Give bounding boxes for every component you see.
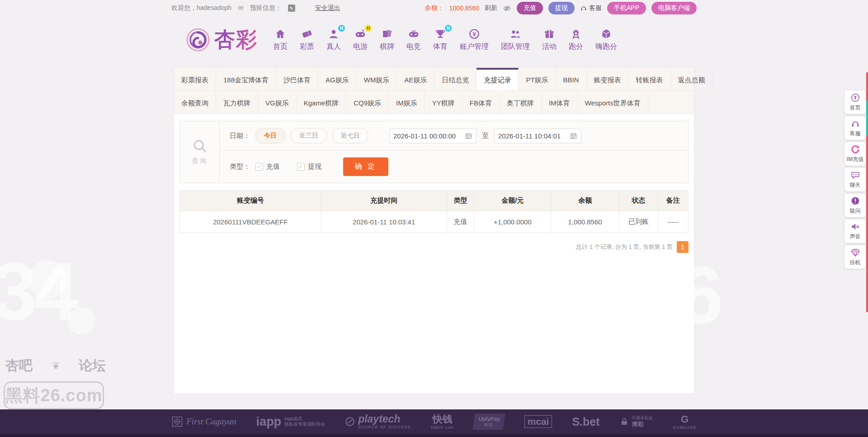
float-label: 挂机 xyxy=(850,259,861,266)
watermark-title: 杏吧 ❦ 论坛 xyxy=(5,356,106,375)
col-amount: 金额/元 xyxy=(474,190,551,211)
float-label: 疑问 xyxy=(850,207,861,215)
float-home[interactable]: 首页 xyxy=(844,90,866,114)
tab-ag[interactable]: AG娱乐 xyxy=(318,68,357,90)
tab-rebate-total[interactable]: 返点总额 xyxy=(671,68,713,90)
playtech-icon xyxy=(345,417,355,427)
nav-label: 电游 xyxy=(353,42,368,52)
nav-item-esports[interactable]: 电竞 xyxy=(406,28,421,52)
confirm-button[interactable]: 确 定 xyxy=(343,157,388,176)
floating-sidebar: 首页 客服 IM充值 聊天 疑问 声音 挂机 xyxy=(844,90,866,269)
watermark-right: 论坛 xyxy=(79,356,106,375)
mail-icon[interactable]: ✉ xyxy=(238,4,244,12)
nav-item-live[interactable]: N 真人 xyxy=(326,28,341,52)
float-customer-service[interactable]: 客服 xyxy=(844,116,866,140)
safe-line1: 可靠&安全 xyxy=(632,415,653,421)
tab-188-sport[interactable]: 188金宝博体育 xyxy=(216,68,276,90)
quick-3days-button[interactable]: 近三日 xyxy=(291,128,327,143)
withdraw-button[interactable]: 提现 xyxy=(548,2,575,14)
checkbox-deposit[interactable]: ✓ 充值 xyxy=(255,162,280,171)
tab-im-sport[interactable]: IM体育 xyxy=(542,91,578,114)
tab-wm[interactable]: WM娱乐 xyxy=(357,68,397,90)
eye-slash-icon[interactable] xyxy=(503,4,511,13)
tab-deposit-withdraw-records[interactable]: 充提记录 xyxy=(476,68,519,90)
nav-item-sports[interactable]: N 体育 xyxy=(433,28,448,52)
calendar-icon[interactable] xyxy=(570,132,577,140)
nav-item-promotions[interactable]: 活动 xyxy=(542,28,557,52)
date-to-input[interactable] xyxy=(498,132,567,140)
nav-label: 彩票 xyxy=(300,42,314,52)
tab-fb-sport[interactable]: FB体育 xyxy=(462,91,500,114)
nav-item-paofen[interactable]: ¥ 跑分 xyxy=(569,28,583,52)
logo[interactable]: 杏彩 xyxy=(185,26,258,54)
tab-kgame[interactable]: Kgame棋牌 xyxy=(297,91,347,114)
tab-aoding-cards[interactable]: 奥丁棋牌 xyxy=(500,91,542,114)
mobile-app-button[interactable]: 手机APP xyxy=(607,2,646,14)
page-1-button[interactable]: 1 xyxy=(677,241,689,253)
refresh-link[interactable]: 刷新 xyxy=(485,4,497,12)
checkbox-withdraw[interactable]: ✓ 提现 xyxy=(297,162,321,171)
float-label: IM充值 xyxy=(847,156,863,163)
logo-sbet: S.bet xyxy=(572,415,599,428)
logo-first-cagayan: First Cagayan xyxy=(171,416,236,428)
float-question[interactable]: 疑问 xyxy=(844,194,866,217)
scrollbar-thumb[interactable] xyxy=(866,100,868,136)
table-row: 20260111VBDEEGAEFF 2026-01-11 10:03:41 充… xyxy=(180,211,689,233)
gamepad-icon: H xyxy=(354,28,366,40)
tab-wali-cards[interactable]: 瓦力棋牌 xyxy=(216,91,258,114)
tab-balance-query[interactable]: 余额查询 xyxy=(174,91,216,114)
tab-lottery-report[interactable]: 彩票报表 xyxy=(174,68,216,90)
nav-item-cards[interactable]: 棋牌 xyxy=(380,28,394,52)
pc-client-button[interactable]: 电脑客户端 xyxy=(651,2,697,14)
float-chat[interactable]: 聊天 xyxy=(844,168,866,191)
tab-pt[interactable]: PT娱乐 xyxy=(519,68,556,90)
checkbox-icon[interactable]: ✓ xyxy=(255,163,263,171)
nav-item-hi-paofen[interactable]: 嗨跑分 xyxy=(595,28,617,52)
home-icon xyxy=(274,28,286,40)
quick-7days-button[interactable]: 近七日 xyxy=(332,128,368,143)
customer-service-link[interactable]: 客服 xyxy=(580,4,602,12)
first-cagayan-text: First Cagayan xyxy=(186,417,236,427)
tab-vg[interactable]: VG娱乐 xyxy=(258,91,297,114)
nav-item-egames[interactable]: H 电游 xyxy=(353,28,368,52)
decor-circle xyxy=(68,308,95,335)
checkbox-icon[interactable]: ✓ xyxy=(297,163,305,171)
deposit-button[interactable]: 充值 xyxy=(517,2,543,14)
tab-im-entertainment[interactable]: IM娱乐 xyxy=(389,91,425,114)
float-im-recharge[interactable]: IM充值 xyxy=(844,142,866,166)
pagination-summary: 总计 1 个记录, 分为 1 页, 当前第 1 页 xyxy=(576,243,673,251)
float-label: 首页 xyxy=(850,104,861,112)
date-to-field[interactable] xyxy=(494,128,581,143)
nav-item-account-management[interactable]: ¥ 账户管理 xyxy=(460,28,489,52)
logo-iapp: iapp iapp成员 隐私权专家国际协会 xyxy=(256,415,326,429)
nav-item-team-management[interactable]: 团队管理 xyxy=(501,28,530,52)
nav-item-home[interactable]: 首页 xyxy=(273,28,288,52)
team-icon xyxy=(509,28,521,40)
quick-today-button[interactable]: 今日 xyxy=(255,128,285,143)
tab-transfer-report[interactable]: 转账报表 xyxy=(629,68,671,90)
mute-icon xyxy=(850,222,860,232)
tab-cq9[interactable]: CQ9娱乐 xyxy=(346,91,389,114)
tab-daily-summary[interactable]: 日结总览 xyxy=(434,68,476,90)
nav-item-lottery[interactable]: 彩票 xyxy=(300,28,314,52)
float-idle[interactable]: 挂机 xyxy=(844,245,866,269)
diamond-icon xyxy=(850,247,860,257)
trophy-icon: N xyxy=(434,28,446,40)
date-from-field[interactable] xyxy=(389,128,476,143)
calendar-icon[interactable] xyxy=(465,132,472,140)
tab-ae[interactable]: AE娱乐 xyxy=(397,68,434,90)
float-label: 声音 xyxy=(850,233,861,241)
tab-yy-cards[interactable]: YY棋牌 xyxy=(425,91,462,114)
logout-link[interactable]: 安全退出 xyxy=(315,4,340,12)
badge-n: N xyxy=(445,25,452,32)
edit-icon[interactable]: ✎ xyxy=(288,5,295,12)
tab-account-change-report[interactable]: 账变报表 xyxy=(587,68,629,90)
tab-wesports[interactable]: Wesports世界体育 xyxy=(578,91,648,114)
float-sound[interactable]: 声音 xyxy=(844,219,866,243)
date-from-input[interactable] xyxy=(393,132,462,140)
gamcare-sub: GAMCARE xyxy=(673,425,697,430)
tab-bbin[interactable]: BBIN xyxy=(556,68,587,90)
date-label: 日期： xyxy=(230,132,250,140)
cell-amount: +1,000.0000 xyxy=(474,211,551,233)
tab-saba-sport[interactable]: 沙巴体育 xyxy=(276,68,318,90)
